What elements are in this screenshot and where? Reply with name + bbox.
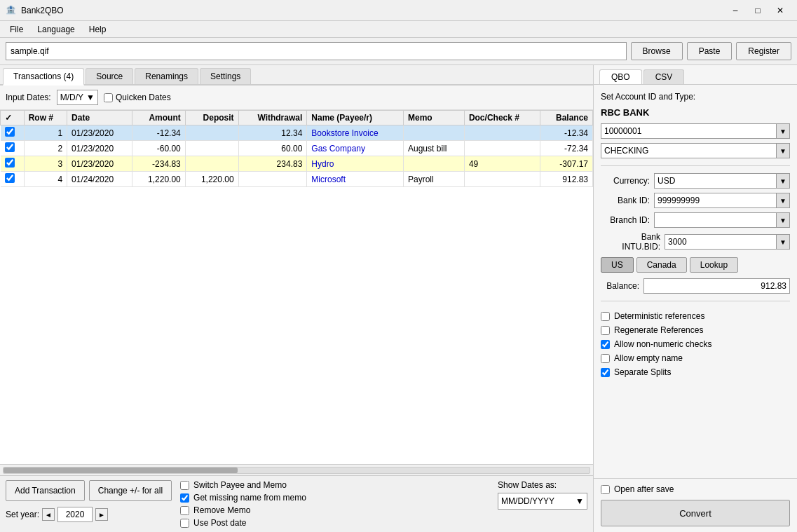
- cell-memo: [404, 125, 465, 141]
- cell-balance: -307.17: [540, 156, 592, 172]
- file-input[interactable]: [6, 42, 627, 60]
- branch-id-input[interactable]: [654, 212, 776, 228]
- col-check: ✓: [1, 111, 25, 125]
- set-account-label: Set Account ID and Type:: [601, 92, 790, 102]
- bottom-cb-label-3: Use Post date: [193, 518, 246, 528]
- right-tab-qbo[interactable]: QBO: [599, 69, 642, 84]
- cell-deposit: [185, 125, 238, 141]
- branch-id-row: Branch ID: ▼: [601, 212, 790, 228]
- cell-deposit: 1,220.00: [185, 172, 238, 187]
- bottom-cb-3[interactable]: [180, 519, 189, 528]
- row-checkbox-1[interactable]: [5, 142, 15, 152]
- bottom-cb-label-0: Switch Payee and Memo: [193, 480, 287, 490]
- account-type-dropdown-btn[interactable]: ▼: [776, 143, 790, 158]
- right-cb-3[interactable]: [601, 354, 610, 363]
- right-cb-2[interactable]: [601, 340, 610, 349]
- cell-row: 4: [24, 172, 67, 187]
- account-type-input[interactable]: [601, 143, 776, 158]
- scrollbar-track: [3, 467, 590, 474]
- add-transaction-button[interactable]: Add Transaction: [6, 480, 85, 501]
- currency-dropdown-btn[interactable]: ▼: [776, 173, 790, 189]
- cell-withdrawal: 12.34: [238, 125, 307, 141]
- us-button[interactable]: US: [601, 257, 634, 273]
- right-tab-csv[interactable]: CSV: [643, 69, 685, 84]
- year-prev-button[interactable]: ◄: [42, 508, 55, 521]
- table-row[interactable]: 4 01/24/2020 1,220.00 1,220.00 Microsoft…: [1, 172, 593, 187]
- cell-check: [1, 172, 25, 187]
- bottom-cb-0[interactable]: [180, 481, 189, 490]
- paste-button[interactable]: Paste: [687, 42, 733, 60]
- dates-label: Input Dates:: [6, 93, 51, 102]
- row-checkbox-0[interactable]: [5, 127, 15, 137]
- right-cb-4[interactable]: [601, 368, 610, 377]
- year-input[interactable]: [57, 507, 93, 522]
- tab-transactions[interactable]: Transactions (4): [3, 68, 84, 86]
- account-id-dropdown-btn[interactable]: ▼: [776, 123, 790, 139]
- balance-input[interactable]: [643, 278, 790, 294]
- bank-intu-field: ▼: [665, 234, 790, 250]
- branch-id-dropdown-btn[interactable]: ▼: [776, 212, 790, 228]
- quicken-dates-checkbox[interactable]: [104, 93, 113, 102]
- bank-id-row: Bank ID: ▼: [601, 193, 790, 208]
- left-panel: Transactions (4) Source Renamings Settin…: [0, 65, 594, 532]
- lookup-button[interactable]: Lookup: [690, 257, 738, 273]
- table-row[interactable]: 3 01/23/2020 -234.83 234.83 Hydro 49 -30…: [1, 156, 593, 172]
- col-amount: Amount: [132, 111, 185, 125]
- cell-memo: August bill: [404, 141, 465, 156]
- table-row[interactable]: 2 01/23/2020 -60.00 60.00 Gas Company Au…: [1, 141, 593, 156]
- bottom-cb-1[interactable]: [180, 493, 189, 503]
- horizontal-scrollbar[interactable]: [0, 464, 593, 475]
- open-after-save-label: Open after save: [614, 484, 674, 494]
- currency-input[interactable]: [654, 173, 776, 189]
- cell-row: 1: [24, 125, 67, 141]
- bottom-left: Add Transaction Change +/- for all Set y…: [6, 480, 172, 522]
- date-format-select[interactable]: M/D/Y ▼: [57, 90, 98, 105]
- date-format-chevron: ▼: [86, 93, 95, 102]
- table-row[interactable]: 1 01/23/2020 -12.34 12.34 Bookstore Invo…: [1, 125, 593, 141]
- right-cb-label-3: Allow empty name: [614, 353, 683, 363]
- bank-intu-dropdown-btn[interactable]: ▼: [776, 234, 790, 250]
- cell-check: [1, 125, 25, 141]
- bank-id-label: Bank ID:: [601, 196, 650, 205]
- minimize-button[interactable]: –: [724, 4, 747, 18]
- bottom-cb-label-2: Remove Memo: [193, 505, 250, 515]
- balance-label: Balance:: [601, 281, 639, 291]
- menu-help[interactable]: Help: [82, 23, 114, 36]
- tab-renamings[interactable]: Renamings: [135, 68, 198, 84]
- bank-intu-input[interactable]: [665, 234, 776, 250]
- tab-source[interactable]: Source: [86, 68, 133, 84]
- dates-dropdown[interactable]: MM/DD/YYYY ▼: [498, 493, 587, 510]
- bank-id-dropdown-btn[interactable]: ▼: [776, 193, 790, 208]
- dates-bar: Input Dates: M/D/Y ▼ Quicken Dates: [0, 86, 593, 110]
- account-id-input[interactable]: [601, 123, 776, 139]
- cell-date: 01/23/2020: [67, 156, 132, 172]
- browse-button[interactable]: Browse: [631, 42, 683, 60]
- cell-balance: 912.83: [540, 172, 592, 187]
- col-memo: Memo: [404, 111, 465, 125]
- content-area: Transactions (4) Source Renamings Settin…: [0, 65, 797, 532]
- close-button[interactable]: ✕: [769, 4, 791, 18]
- row-checkbox-2[interactable]: [5, 158, 15, 168]
- bottom-cb-row-1: Get missing name from memo: [180, 493, 306, 503]
- right-cb-label-0: Deterministic references: [614, 311, 704, 321]
- right-cb-0[interactable]: [601, 312, 610, 321]
- maximize-button[interactable]: □: [747, 4, 769, 18]
- menu-language[interactable]: Language: [30, 23, 81, 36]
- convert-button[interactable]: Convert: [601, 500, 790, 526]
- right-cb-label-2: Allow non-numeric checks: [614, 339, 711, 349]
- bottom-cb-2[interactable]: [180, 506, 189, 515]
- branch-id-label: Branch ID:: [601, 215, 650, 225]
- change-for-all-button[interactable]: Change +/- for all: [89, 480, 172, 501]
- year-next-button[interactable]: ►: [95, 508, 108, 521]
- bottom-cb-label-1: Get missing name from memo: [193, 493, 306, 503]
- menu-file[interactable]: File: [3, 23, 30, 36]
- col-withdrawal: Withdrawal: [238, 111, 307, 125]
- open-after-save-checkbox[interactable]: [601, 485, 610, 494]
- register-button[interactable]: Register: [736, 42, 791, 60]
- bank-id-input[interactable]: [654, 193, 776, 208]
- row-checkbox-3[interactable]: [5, 173, 15, 183]
- cell-row: 2: [24, 141, 67, 156]
- tab-settings[interactable]: Settings: [200, 68, 251, 84]
- canada-button[interactable]: Canada: [636, 257, 687, 273]
- right-cb-1[interactable]: [601, 326, 610, 335]
